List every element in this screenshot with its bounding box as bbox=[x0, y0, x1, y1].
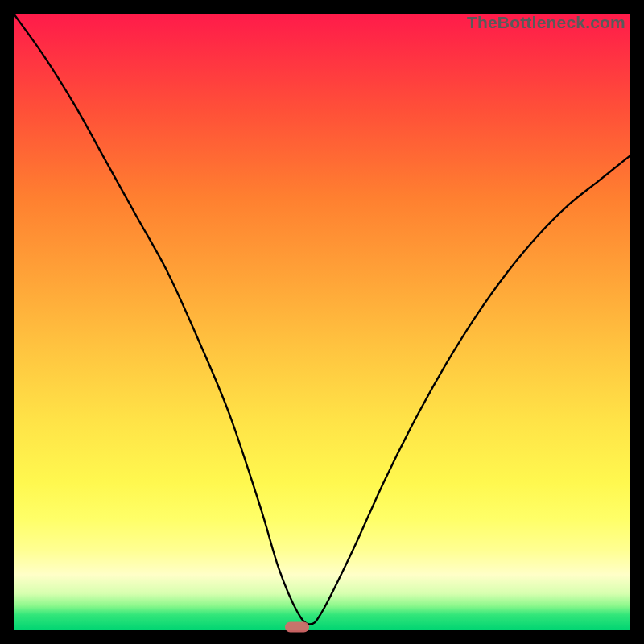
minimum-marker bbox=[285, 622, 309, 633]
chart-area: TheBottleneck.com bbox=[14, 14, 630, 630]
curve-line bbox=[14, 14, 630, 630]
